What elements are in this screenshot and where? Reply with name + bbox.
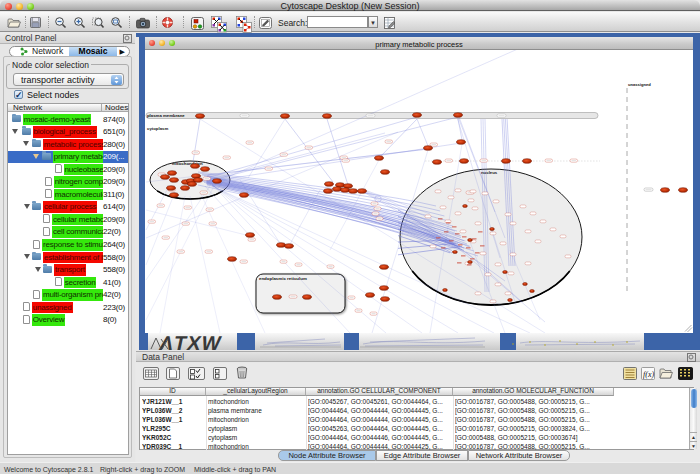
svg-text:nucleus: nucleus [481,170,498,175]
svg-text:cytoplasm: cytoplasm [147,126,168,131]
svg-text:ΛTXW: ΛTXW [158,333,224,350]
svg-text:unassigned: unassigned [628,82,651,87]
svg-text:f(x): f(x) [643,370,654,379]
svg-text:plasma membrane: plasma membrane [147,113,185,118]
